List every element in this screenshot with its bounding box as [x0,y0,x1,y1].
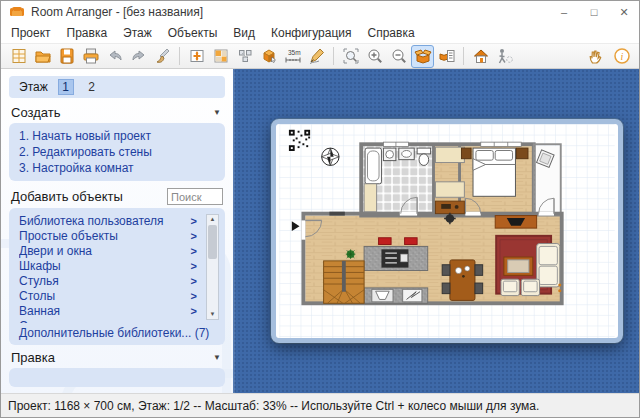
bathroom-cabinet[interactable] [364,184,377,212]
plan-canvas-area[interactable] [233,69,639,393]
scrollbar-thumb[interactable] [208,225,217,259]
menu-edit[interactable]: Правка [59,24,116,42]
armchair[interactable] [521,279,539,295]
select-objects-button[interactable] [233,45,256,68]
dining-chair[interactable] [442,265,450,276]
plant[interactable] [346,249,356,259]
redo-button[interactable] [127,45,150,68]
menu-floor[interactable]: Этаж [115,24,160,42]
object-list-button[interactable] [435,45,458,68]
chevron-right-icon: > [191,305,197,317]
menu-objects[interactable]: Объекты [160,24,226,42]
category-doors-windows[interactable]: Двери и окна > [19,243,219,258]
bar-stool[interactable] [405,238,418,245]
category-tables[interactable]: Столы > [19,288,219,303]
sofa[interactable] [537,244,560,287]
menu-configuration[interactable]: Конфигурация [263,24,360,42]
washing-machine[interactable] [383,148,396,161]
toolbar-separator [333,47,334,65]
measure-button[interactable]: 35m [281,45,304,68]
desk[interactable] [435,201,464,214]
view-3d-button[interactable] [469,45,492,68]
dining-table[interactable] [450,260,475,300]
create-section-title: Создать [11,105,60,120]
collapse-icon[interactable]: ▼ [213,353,221,362]
undo-button[interactable] [103,45,126,68]
print-button[interactable] [79,45,102,68]
chevron-right-icon: > [191,260,197,272]
menu-view[interactable]: Вид [225,24,263,42]
category-bathroom[interactable]: Ванная > [19,303,219,318]
tiling-button[interactable] [209,45,232,68]
category-chairs[interactable]: Стулья > [19,273,219,288]
save-project-button[interactable] [55,45,78,68]
walkthrough-button[interactable] [493,45,516,68]
dining-chair[interactable] [475,265,483,276]
armchair[interactable] [501,279,519,295]
close-button[interactable]: ✕ [609,1,639,23]
dining-chair[interactable] [442,283,450,294]
open-project-button[interactable] [31,45,54,68]
chevron-right-icon: > [191,275,197,287]
nightstand-right[interactable] [516,148,528,159]
double-bed[interactable] [473,148,515,196]
nightstand-left[interactable] [461,148,471,159]
link-start-new-project[interactable]: 1. Начать новый проект [19,128,215,144]
zoom-out-button[interactable] [387,45,410,68]
floor-tab-2[interactable]: 2 [84,79,100,95]
floor-plan-canvas[interactable] [276,124,618,338]
add-objects-header: Добавить объекты [1,182,233,208]
floor-plan-board[interactable] [271,119,623,343]
category-simple-objects[interactable]: Простые объекты > [19,228,219,243]
edit-section-header: Правка ▼ [1,345,233,367]
create-section-header: Создать ▼ [1,100,233,122]
kitchen-island[interactable] [364,246,428,270]
kitchen-counter[interactable] [364,288,428,303]
bar-stool[interactable] [379,238,392,245]
category-wardrobes[interactable]: Шкафы > [19,258,219,273]
link-additional-libraries[interactable]: Дополнительные библиотеки... (7) [19,323,219,341]
pan-hand-button[interactable] [583,45,606,68]
link-room-setup[interactable]: 3. Настройка комнат [19,160,215,176]
bathtub[interactable] [365,148,381,184]
category-user-library[interactable]: Библиотека пользователя > [19,213,219,228]
zoom-to-region-button[interactable] [339,45,362,68]
info-button[interactable]: i [610,45,633,68]
edit-panel [9,368,225,387]
floor-selector: Этаж 1 2 [9,76,225,98]
edit-section-title: Правка [11,350,55,365]
edit-walls-button[interactable] [185,45,208,68]
menu-project[interactable]: Проект [3,24,59,42]
search-input[interactable] [167,188,223,205]
scroll-up-icon[interactable]: ▲ [210,215,216,224]
categories-scrollbar[interactable]: ▲ ▼ [206,214,219,320]
maximize-button[interactable]: □ [579,1,609,23]
zoom-in-button[interactable] [363,45,386,68]
minimize-button[interactable]: – [549,1,579,23]
wardrobe-bottom[interactable] [435,182,464,197]
floor-tab-1[interactable]: 1 [58,79,74,95]
sink[interactable] [399,148,414,160]
scroll-down-icon[interactable]: ▼ [210,310,216,319]
link-edit-walls[interactable]: 2. Редактировать стены [19,144,215,160]
objects-panel-button[interactable] [411,45,434,68]
staircase[interactable] [324,261,364,303]
toolbar-separator [179,47,180,65]
door-handle-dot [558,283,561,286]
toolbar-separator [463,47,464,65]
compass-icon [322,148,339,165]
collapse-icon[interactable]: ▼ [213,108,221,117]
insert-3d-object-button[interactable] [257,45,280,68]
wardrobe-top[interactable] [435,147,464,162]
menu-help[interactable]: Справка [360,24,423,42]
app-window: Room Arranger - [без названия] – □ ✕ Про… [0,0,640,418]
new-project-button[interactable] [7,45,30,68]
tv-cabinet[interactable] [495,216,536,229]
app-icon [9,5,25,19]
dining-chair[interactable] [475,283,483,294]
coffee-table[interactable] [504,257,533,275]
toolbar: 35m i [1,43,639,69]
draw-pen-button[interactable] [305,45,328,68]
floor-label: Этаж [19,80,48,94]
format-brush-button[interactable] [151,45,174,68]
